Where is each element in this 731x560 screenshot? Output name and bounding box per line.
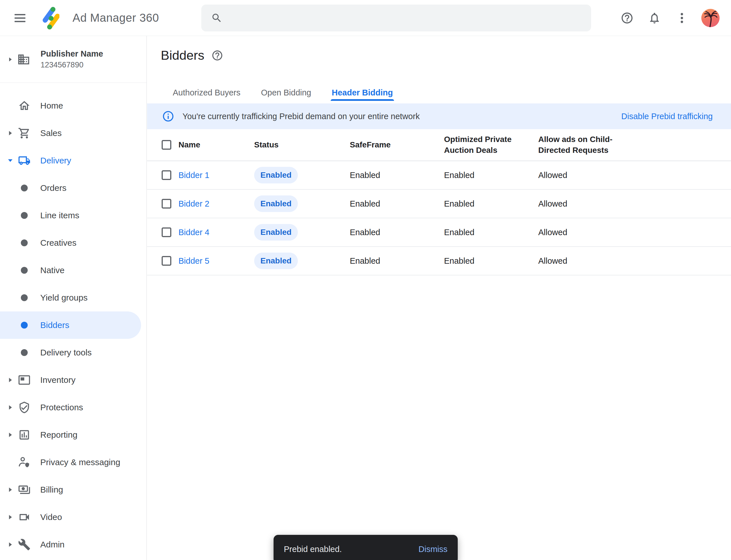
column-header-name: Name <box>179 139 254 150</box>
global-search-bar[interactable] <box>201 5 591 31</box>
info-icon <box>162 110 175 123</box>
arrow-right-icon <box>5 130 15 136</box>
arrow-right-icon <box>5 432 15 438</box>
building-icon <box>16 53 31 66</box>
sidebar-item-privacy-messaging[interactable]: Privacy & messaging <box>0 449 141 476</box>
sidebar-item-home[interactable]: Home <box>0 92 141 119</box>
ad-manager-app: Ad Manager 360 <box>0 0 731 560</box>
table-row: Bidder 1 Enabled Enabled Enabled Allowed <box>147 161 731 190</box>
safeframe-cell: Enabled <box>350 171 444 180</box>
page-title: Bidders <box>161 48 205 63</box>
dismiss-button[interactable]: Dismiss <box>418 545 448 554</box>
sidebar: Publisher Name 1234567890 Home Sales <box>0 36 147 560</box>
row-checkbox[interactable] <box>162 256 171 266</box>
tab-open-bidding[interactable]: Open Bidding <box>260 84 313 101</box>
bar-chart-icon <box>18 429 31 441</box>
column-header-status: Status <box>254 139 350 150</box>
opad-cell: Enabled <box>444 171 538 180</box>
tab-header-bidding[interactable]: Header Bidding <box>331 84 394 101</box>
prebid-info-banner: You're currently trafficking Prebid dema… <box>147 103 731 129</box>
column-header-child-directed: Allow ads on Child-Directed Requests <box>538 134 621 156</box>
row-checkbox[interactable] <box>162 170 171 180</box>
bullet-icon <box>18 182 31 194</box>
sidebar-item-line-items[interactable]: Line items <box>0 202 141 229</box>
publisher-id: 1234567890 <box>41 61 103 69</box>
top-app-bar: Ad Manager 360 <box>0 0 731 36</box>
table-row: Bidder 2 Enabled Enabled Enabled Allowed <box>147 190 731 218</box>
sidebar-item-native[interactable]: Native <box>0 257 141 284</box>
sidebar-item-video[interactable]: Video <box>0 503 141 531</box>
main-content: Bidders Authorized Buyers Open Bidding H… <box>147 36 731 560</box>
arrow-down-icon <box>5 157 15 164</box>
sidebar-nav: Home Sales Delivery <box>0 83 147 558</box>
sidebar-item-delivery-tools[interactable]: Delivery tools <box>0 339 141 366</box>
sidebar-item-admin[interactable]: Admin <box>0 531 141 558</box>
publisher-name: Publisher Name <box>41 49 103 59</box>
hamburger-menu-button[interactable] <box>10 8 30 28</box>
status-badge: Enabled <box>254 253 298 269</box>
bullet-icon <box>18 209 31 222</box>
bidder-link[interactable]: Bidder 5 <box>179 256 209 265</box>
help-icon <box>211 49 223 61</box>
opad-cell: Enabled <box>444 199 538 209</box>
table-row: Bidder 4 Enabled Enabled Enabled Allowed <box>147 218 731 247</box>
select-all-checkbox[interactable] <box>162 140 171 150</box>
safeframe-cell: Enabled <box>350 256 444 266</box>
child-directed-cell: Allowed <box>538 256 731 266</box>
bidder-link[interactable]: Bidder 2 <box>179 199 209 208</box>
help-button[interactable] <box>619 10 635 26</box>
bidders-tabs: Authorized Buyers Open Bidding Header Bi… <box>172 84 394 101</box>
opad-cell: Enabled <box>444 256 538 266</box>
ad-manager-logo <box>41 6 59 30</box>
sidebar-item-inventory[interactable]: Inventory <box>0 366 141 394</box>
arrow-right-icon <box>5 57 15 62</box>
search-icon <box>211 12 223 24</box>
bidder-link[interactable]: Bidder 1 <box>179 171 209 180</box>
notifications-button[interactable] <box>646 10 662 26</box>
banner-message: You're currently trafficking Prebid dema… <box>183 112 420 121</box>
page-help-button[interactable] <box>211 49 223 61</box>
inventory-icon <box>18 374 31 386</box>
row-checkbox[interactable] <box>162 199 171 209</box>
column-header-safeframe: SafeFrame <box>350 139 444 150</box>
truck-icon <box>18 154 31 167</box>
sidebar-item-sales[interactable]: Sales <box>0 119 141 147</box>
hamburger-icon <box>14 13 26 23</box>
table-row: Bidder 5 Enabled Enabled Enabled Allowed <box>147 247 731 275</box>
arrow-right-icon <box>5 404 15 411</box>
row-checkbox[interactable] <box>162 227 171 237</box>
sidebar-item-protections[interactable]: Protections <box>0 394 141 421</box>
search-input[interactable] <box>230 5 591 31</box>
arrow-right-icon <box>5 377 15 383</box>
safeframe-cell: Enabled <box>350 228 444 237</box>
arrow-right-icon <box>5 514 15 520</box>
palm-tree-icon <box>702 11 719 27</box>
table-header-row: Name Status SafeFrame Optimized Private … <box>147 129 731 161</box>
publisher-account-switcher[interactable]: Publisher Name 1234567890 <box>0 36 147 83</box>
person-shield-icon <box>18 456 31 469</box>
disable-prebid-trafficking-link[interactable]: Disable Prebid trafficking <box>621 112 713 121</box>
sidebar-item-yield-groups[interactable]: Yield groups <box>0 284 141 311</box>
top-bar-actions <box>619 0 731 36</box>
sidebar-item-bidders[interactable]: Bidders <box>0 311 141 339</box>
arrow-right-icon <box>5 541 15 548</box>
bullet-icon <box>18 291 31 304</box>
sidebar-item-delivery[interactable]: Delivery <box>0 147 141 174</box>
bullet-icon <box>18 264 31 277</box>
sidebar-item-creatives[interactable]: Creatives <box>0 229 141 257</box>
more-options-button[interactable] <box>674 10 690 26</box>
payments-icon <box>18 483 31 496</box>
shield-check-icon <box>18 401 31 414</box>
arrow-right-icon <box>5 487 15 493</box>
status-badge: Enabled <box>254 167 298 183</box>
sidebar-item-orders[interactable]: Orders <box>0 174 141 202</box>
toast-message: Prebid enabled. <box>284 545 342 554</box>
sidebar-item-billing[interactable]: Billing <box>0 476 141 503</box>
child-directed-cell: Allowed <box>538 228 731 237</box>
cart-icon <box>18 127 31 139</box>
bidder-link[interactable]: Bidder 4 <box>179 228 209 237</box>
sidebar-item-reporting[interactable]: Reporting <box>0 421 141 449</box>
account-avatar[interactable] <box>701 9 720 27</box>
tab-authorized-buyers[interactable]: Authorized Buyers <box>172 84 242 101</box>
child-directed-cell: Allowed <box>538 171 731 180</box>
